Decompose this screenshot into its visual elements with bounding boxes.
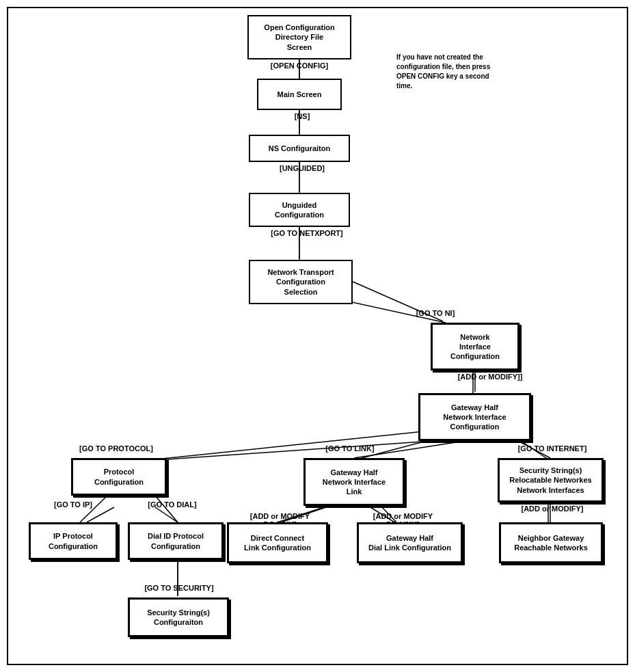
ns-label: [NS] — [282, 112, 323, 120]
svg-line-9 — [87, 507, 114, 522]
dial-id-protocol-label: Dial ID Protocol Configuration — [148, 531, 204, 551]
gateway-half-link-node: Gateway Half Network Interface Link — [303, 458, 405, 506]
open-config-label: Open Configuration Directory File Screen — [264, 23, 334, 52]
unguided-config-label: Unguided Configuration — [275, 200, 324, 220]
gateway-half-ni-label: Gateway Half Network Interface Configura… — [443, 403, 506, 432]
go-protocol-label: [GO TO PROTOCOL] — [68, 444, 164, 453]
ip-protocol-label: IP Protocol Configuration — [49, 531, 98, 551]
security-config-node: Security String(s) Configuraiton — [128, 597, 229, 637]
go-internet-label: [GO TO INTERNET] — [504, 444, 600, 453]
network-transport-node: Network Transport Configuration Selectio… — [249, 260, 353, 304]
add-modify-label: [ADD or MODIFY]] — [446, 373, 535, 381]
network-interface-label: Network Interface Configuration — [450, 332, 500, 362]
svg-line-26 — [80, 496, 107, 522]
network-transport-label: Network Transport Configuration Selectio… — [267, 267, 334, 297]
security-strings-label: Security String(s) Relocatable Networkes… — [509, 466, 591, 495]
diagram-container: Open Configuration Directory File Screen… — [7, 7, 628, 665]
dial-id-protocol-node: Dial ID Protocol Configuration — [128, 522, 224, 560]
go-ip-label: [GO TO IP] — [46, 500, 100, 509]
gateway-half-link-label: Gateway Half Network Interface Link — [323, 468, 386, 497]
gateway-half-ni-node: Gateway Half Network Interface Configura… — [418, 393, 531, 441]
svg-line-23 — [167, 441, 432, 459]
go-dial-label: [GO TO DIAL] — [141, 500, 203, 509]
open-config-node: Open Configuration Directory File Screen — [247, 15, 351, 59]
ip-protocol-node: IP Protocol Configuration — [29, 522, 118, 560]
go-netxport-label: [GO TO NETXPORT] — [256, 229, 358, 237]
open-config-label-text: [OPEN CONFIG] — [247, 62, 351, 70]
go-ni-label: [GO TO NI] — [401, 309, 470, 317]
gateway-half-dial-label: Gateway Half Dial Link Configuration — [368, 533, 451, 553]
direct-connect-label: Direct Connect Link Configuration — [244, 533, 311, 553]
note-text: If you have not created the configuratio… — [396, 53, 506, 91]
security-strings-node: Security String(s) Relocatable Networkes… — [498, 458, 604, 502]
neighbor-gateway-node: Neighbor Gateway Reachable Networks — [499, 522, 603, 563]
neighbor-gateway-label: Neighbor Gateway Reachable Networks — [514, 533, 588, 553]
ns-config-label: NS Configuraiton — [269, 144, 330, 153]
add-modify2-label: [ADD or MODIFY] — [511, 505, 593, 513]
protocol-config-label: Protocol Configuration — [94, 467, 144, 487]
unguided-config-node: Unguided Configuration — [249, 193, 350, 227]
network-interface-node: Network Interface Configuration — [431, 323, 519, 371]
go-security-label: [GO TO SECURITY] — [135, 584, 224, 592]
svg-line-10 — [155, 507, 178, 522]
main-screen-label: Main Screen — [278, 90, 322, 99]
ns-config-node: NS Configuraiton — [249, 135, 350, 162]
svg-line-27 — [155, 496, 178, 522]
main-screen-node: Main Screen — [257, 79, 342, 110]
gateway-half-dial-node: Gateway Half Dial Link Configuration — [357, 522, 463, 563]
security-config-label: Security String(s) Configuraiton — [147, 608, 210, 628]
svg-line-6 — [155, 431, 431, 459]
unguided-label: [UNGUIDED] — [268, 164, 336, 172]
protocol-config-node: Protocol Configuration — [71, 458, 167, 496]
go-link-label: [GO TO LINK] — [312, 444, 388, 453]
direct-connect-node: Direct Connect Link Configuration — [227, 522, 328, 563]
